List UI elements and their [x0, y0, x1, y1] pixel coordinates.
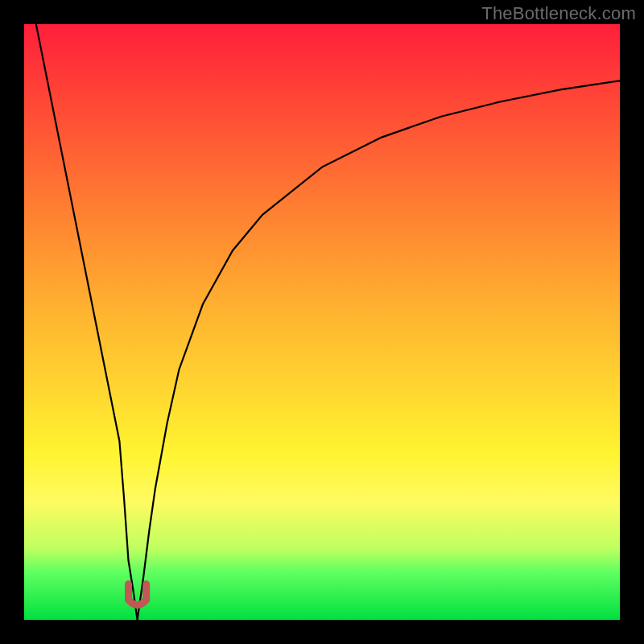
curve-path [36, 24, 620, 620]
bottleneck-curve [24, 24, 620, 620]
plot-area [24, 24, 620, 620]
watermark-text: TheBottleneck.com [481, 3, 636, 24]
chart-frame: TheBottleneck.com [0, 0, 644, 644]
minimum-u-marker [129, 584, 147, 605]
